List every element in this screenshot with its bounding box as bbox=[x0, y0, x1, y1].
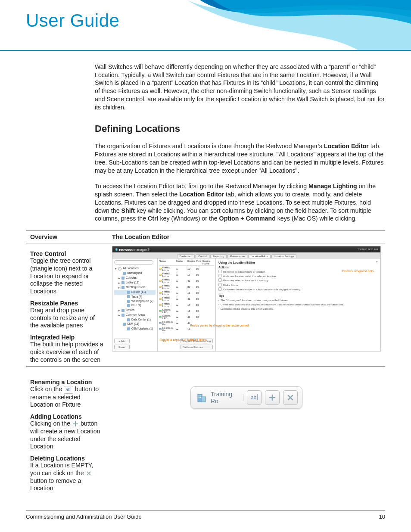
tab-location-settings[interactable]: Location Settings bbox=[271, 254, 296, 258]
plus-icon bbox=[72, 420, 79, 427]
table-row[interactable]: Franco Luma⚩4110 bbox=[159, 296, 214, 302]
tree-node[interactable]: ▸Lobby (11) bbox=[114, 280, 156, 285]
rename-title: Renaming a Location bbox=[30, 379, 103, 386]
add-button[interactable]: + Add bbox=[114, 339, 130, 343]
tree-node[interactable]: CEM (13) bbox=[114, 322, 156, 326]
svg-rect-2 bbox=[199, 395, 199, 396]
tab-bar: DashboardControlReportingMaintenanceLoca… bbox=[112, 252, 380, 258]
grid-header[interactable]: Engine bbox=[187, 260, 196, 265]
svg-rect-1 bbox=[201, 397, 206, 402]
tab-dashboard[interactable]: Dashboard bbox=[177, 254, 195, 258]
tree-node[interactable]: Westinghouse (7) bbox=[114, 299, 156, 303]
paragraph-2: To access the Location Editor tab, first… bbox=[26, 182, 385, 223]
table-row[interactable]: Lunera LED⚩4110 bbox=[159, 314, 214, 320]
integrated-help-body: The built in help provides a quick overv… bbox=[30, 341, 103, 364]
grid-header[interactable]: Engine Name bbox=[202, 260, 215, 265]
footer-title: Commissioning and Administration User Gu… bbox=[26, 513, 142, 520]
callout-toggle: Toggle to expand or collapse levels bbox=[160, 338, 207, 341]
search-input[interactable] bbox=[114, 260, 153, 264]
tab-maintenance[interactable]: Maintenance bbox=[227, 254, 247, 258]
help-title: Using the Location Editor bbox=[218, 261, 378, 264]
reset-button[interactable]: Reset bbox=[114, 345, 130, 349]
table-row[interactable]: Franco Luma⚩1010 bbox=[159, 266, 214, 272]
help-tip-item: •Locations can be dragged into other loc… bbox=[218, 307, 378, 311]
help-action-item: Removes selected location if it is empty… bbox=[218, 278, 378, 283]
help-action-item: Calibrates fixture sensors in a location… bbox=[218, 287, 378, 292]
rename-body: Click on the ab| button to rename a sele… bbox=[30, 386, 103, 409]
rename-button[interactable]: ab| bbox=[247, 390, 262, 405]
table-row[interactable]: Franco Luma⚩1710 bbox=[159, 272, 214, 278]
table-row[interactable]: Franco Luma⚩1710 bbox=[159, 302, 214, 308]
location-toolbar-graphic: Training Ro ab| bbox=[190, 386, 302, 409]
grid-header[interactable]: Model bbox=[176, 260, 187, 265]
help-actions-label: Actions bbox=[218, 266, 378, 269]
help-action-item: Blinks fixture. bbox=[218, 283, 378, 287]
help-tips-label: Tips bbox=[218, 294, 378, 297]
add-title: Adding Locations bbox=[30, 413, 103, 420]
help-tip-item: •Create new locations and drag fixtures … bbox=[218, 302, 378, 307]
resizable-panes-title: Resizable Panes bbox=[30, 300, 103, 307]
table-row[interactable]: Franco Luma⚩3910 bbox=[159, 284, 214, 290]
calibrate-button[interactable]: Calibrate Fixtures bbox=[181, 345, 213, 349]
tree-control-body: Toggle the tree control (triangle icon) … bbox=[30, 257, 103, 296]
section-heading: Defining Locations bbox=[26, 123, 385, 134]
tree-node[interactable]: Elon (2) bbox=[114, 303, 156, 308]
delete-body: If a Location is EMPTY, you can click on… bbox=[30, 462, 103, 492]
tree-node[interactable]: ▸Offices bbox=[114, 308, 156, 313]
table-row[interactable]: Redwood En⚩14 bbox=[159, 326, 214, 332]
overview-table: Overview The Location Editor Tree Contro… bbox=[26, 230, 385, 495]
svg-rect-5 bbox=[200, 397, 201, 398]
help-tip-item: •The "Unassigned" location contains newl… bbox=[218, 298, 378, 302]
help-action-item: Adds new location under the selected loc… bbox=[218, 274, 378, 278]
svg-rect-3 bbox=[200, 395, 201, 396]
page-number: 10 bbox=[379, 513, 385, 520]
building-icon bbox=[195, 392, 207, 404]
tree-control-title: Tree Control bbox=[30, 250, 103, 257]
tree-pane: ▾All LocationsUnassigned▸Cubicles▸Lobby … bbox=[112, 258, 158, 351]
add-body: Clicking on the button will create a new… bbox=[30, 420, 103, 451]
resizable-panes-body: Drag and drop pane controls to resize an… bbox=[30, 307, 103, 330]
app-brand: ✳ redwoodmanager® bbox=[115, 248, 149, 252]
app-datetime: 7/1/2011 9:25 PM bbox=[358, 248, 378, 251]
tab-location-editor[interactable]: Location Editor bbox=[248, 254, 271, 258]
fixtures-pane: NameModelEnginePortEngine Name Franco Lu… bbox=[158, 258, 216, 351]
page-title: User Guide bbox=[26, 10, 119, 31]
table-row[interactable]: Franco Luma⚩1110 bbox=[159, 290, 214, 296]
delete-location-button[interactable] bbox=[283, 390, 298, 405]
tree-node[interactable]: Tesla (7) bbox=[114, 295, 156, 299]
grid-header[interactable]: Port bbox=[196, 260, 202, 265]
paragraph-1: The organization of Fixtures and Locatio… bbox=[26, 142, 385, 174]
tree-node[interactable]: ▸Meeting Rooms bbox=[114, 285, 156, 290]
col-header-overview: Overview bbox=[26, 231, 108, 243]
svg-rect-4 bbox=[199, 397, 199, 398]
tree-node[interactable]: Data Center (1) bbox=[114, 317, 156, 322]
integrated-help-title: Integrated Help bbox=[30, 334, 103, 341]
add-location-button[interactable] bbox=[265, 390, 280, 405]
tree-node[interactable]: Edison (11) bbox=[114, 290, 156, 294]
header-swoosh-graphic bbox=[187, 0, 411, 51]
location-name-field[interactable]: Training Ro bbox=[211, 391, 243, 404]
tree-node[interactable]: ▸Common Areas bbox=[114, 313, 156, 317]
tree-node[interactable]: Unassigned bbox=[114, 271, 156, 275]
tab-reporting[interactable]: Reporting bbox=[210, 254, 227, 258]
tree-node[interactable]: CEM Upstairs (1) bbox=[114, 327, 156, 331]
callout-dismiss: Dismiss integrated help bbox=[342, 270, 374, 273]
rename-icon: ab| bbox=[64, 386, 73, 394]
table-row[interactable]: Franco Luma⚩4210 bbox=[159, 278, 214, 284]
intro-paragraph: Wall Switches will behave differently de… bbox=[26, 63, 385, 111]
tree-node[interactable]: ▸Cubicles bbox=[114, 276, 156, 280]
grid-header[interactable]: Name bbox=[159, 260, 176, 265]
col-header-editor: The Location Editor bbox=[108, 231, 385, 243]
tab-control[interactable]: Control bbox=[196, 254, 209, 258]
delete-title: Deleting Locations bbox=[30, 455, 103, 462]
callout-resize: Resize panes by dragging the resize cont… bbox=[190, 324, 249, 327]
delete-icon bbox=[86, 470, 92, 476]
help-close-icon[interactable]: ▾ bbox=[376, 260, 378, 264]
tree-root[interactable]: ▾All Locations bbox=[114, 266, 156, 271]
location-editor-screenshot: ✳ redwoodmanager® 7/1/2011 9:25 PM Dashb… bbox=[112, 246, 381, 352]
table-row[interactable]: Lunera LED⚩1310 bbox=[159, 308, 214, 314]
